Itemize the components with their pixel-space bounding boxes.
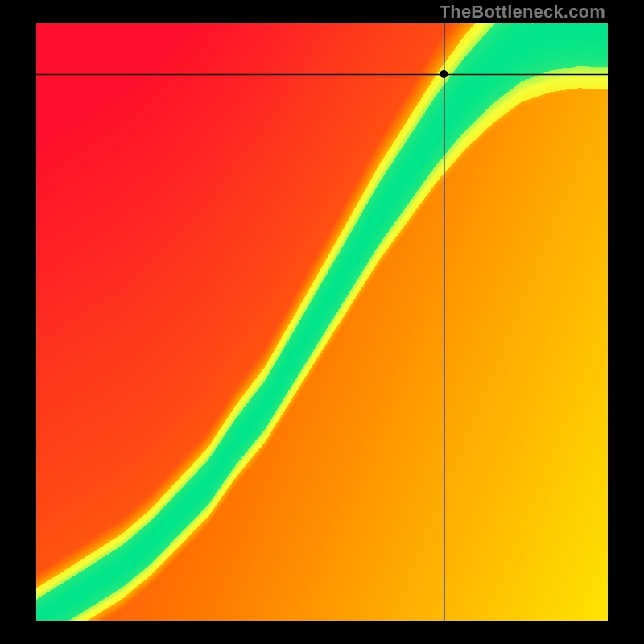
heatmap-plot (36, 23, 608, 621)
watermark-text: TheBottleneck.com (440, 2, 605, 23)
chart-frame: TheBottleneck.com (0, 0, 644, 644)
heatmap-canvas (36, 23, 608, 621)
